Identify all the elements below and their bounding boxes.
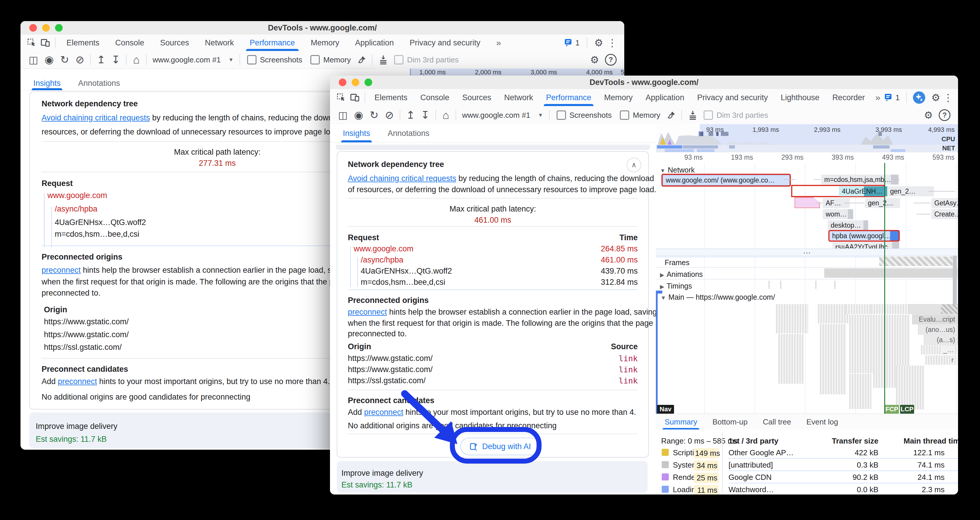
flame-anonymous2[interactable]: (a…s)	[924, 335, 958, 345]
tab-performance[interactable]: Performance	[242, 35, 303, 51]
tab-network[interactable]: Network	[498, 89, 539, 106]
more-tabs-icon[interactable]: »	[871, 89, 885, 106]
tab-recorder[interactable]: Recorder	[826, 89, 871, 106]
col-party[interactable]: 1st / 3rd party	[729, 437, 778, 446]
tab-annotations[interactable]: Annotations	[388, 124, 430, 142]
preconnect-link[interactable]: preconnect	[348, 308, 387, 316]
screenshots-checkbox[interactable]: Screenshots	[557, 110, 612, 120]
clear-icon[interactable]: ⊘	[385, 110, 394, 120]
network-request-bar[interactable]: Create…	[931, 209, 958, 219]
inspect-icon[interactable]	[336, 93, 346, 102]
tab-memory[interactable]: Memory	[303, 35, 347, 51]
request-item[interactable]: www.google.com	[48, 191, 107, 200]
tab-sources[interactable]: Sources	[152, 35, 197, 51]
network-dependency-card[interactable]: Network dependency tree ∧ Avoid chaining…	[337, 151, 649, 458]
panel-settings-gear-icon[interactable]: ⚙	[924, 110, 933, 120]
tab-console[interactable]: Console	[414, 89, 456, 106]
tab-privacy[interactable]: Privacy and security	[691, 89, 775, 106]
collapse-card-button[interactable]: ∧	[627, 158, 641, 172]
col-transfer-size[interactable]: Transfer size	[832, 437, 878, 446]
more-tabs-icon[interactable]: »	[488, 35, 509, 51]
issues-count[interactable]: 1	[896, 93, 899, 102]
tab-sources[interactable]: Sources	[456, 89, 498, 106]
fcp-marker[interactable]: FCP	[885, 405, 899, 414]
animations-bar[interactable]	[824, 268, 958, 278]
tab-application[interactable]: Application	[347, 35, 402, 51]
preconnect-link[interactable]: preconnect	[364, 408, 404, 416]
tab-insights[interactable]: Insights	[33, 76, 60, 90]
request-item[interactable]: www.google.com	[354, 244, 414, 254]
settings-gear-icon[interactable]: ⚙	[594, 38, 603, 48]
clear-icon[interactable]: ⊘	[76, 54, 84, 65]
tab-privacy[interactable]: Privacy and security	[402, 35, 488, 51]
tab-performance[interactable]: Performance	[539, 89, 598, 106]
kebab-menu-icon[interactable]: ⋮	[943, 93, 953, 102]
flame-evaluate-script[interactable]: Evalu…cript	[912, 314, 958, 324]
scrollbar[interactable]	[953, 255, 957, 305]
timeline-ruler[interactable]: 93 ms 193 ms 293 ms 393 ms 493 ms 593 ms	[656, 152, 958, 163]
tab-call-tree[interactable]: Call tree	[763, 414, 791, 430]
tab-network[interactable]: Network	[197, 35, 242, 51]
flame-anonymous[interactable]: (ano…us)	[918, 325, 958, 335]
flame-misc[interactable]: _…	[942, 346, 955, 354]
tab-elements[interactable]: Elements	[59, 35, 107, 51]
timeline-minimap[interactable]: 1,000 ms 2,000 ms 3,000 ms 4,000 ms 5	[375, 69, 624, 76]
screenshots-checkbox[interactable]: Screenshots	[247, 55, 302, 64]
request-item[interactable]: 4UaGrENHsx…QtG.woff2	[361, 266, 452, 276]
timings-track-header[interactable]: ▶Timings	[660, 282, 692, 290]
timeline-tracks[interactable]: ▼Network www.google.com/ (www.google.co……	[656, 163, 958, 414]
tab-insights[interactable]: Insights	[343, 124, 370, 142]
gc-brush-icon[interactable]	[357, 55, 367, 64]
dim-3rd-parties-checkbox[interactable]: Dim 3rd parties	[703, 110, 768, 120]
tab-application[interactable]: Application	[639, 89, 691, 106]
record-icon[interactable]: ◉	[45, 54, 54, 65]
request-item[interactable]: /async/hpba	[55, 204, 97, 214]
history-select[interactable]: www.google.com #1 ▼	[153, 55, 234, 64]
network-request-bar[interactable]: GetAsy…	[931, 198, 958, 208]
network-throttle-icon[interactable]	[688, 110, 697, 120]
table-cell[interactable]: Watchword…	[729, 485, 774, 494]
minimap-selection[interactable]	[375, 69, 411, 76]
lcp-marker[interactable]: LCP	[900, 405, 914, 414]
avoid-chaining-link[interactable]: Avoid chaining critical requests	[348, 174, 456, 183]
home-icon[interactable]: ⌂	[133, 54, 140, 65]
titlebar[interactable]: DevTools - www.google.com/	[330, 76, 958, 89]
table-cell[interactable]: [unattributed]	[729, 461, 773, 470]
gc-brush-icon[interactable]	[667, 110, 676, 120]
device-toolbar-icon[interactable]	[350, 93, 360, 102]
network-request-bar-woff[interactable]: 4UaGrENH…	[839, 186, 889, 196]
upload-profile-icon[interactable]: ↥	[97, 54, 105, 65]
flame-task[interactable]: Task	[908, 304, 958, 314]
help-icon[interactable]: ?	[605, 54, 617, 65]
toggle-sidebar-icon[interactable]: ◫	[29, 55, 38, 65]
tab-annotations[interactable]: Annotations	[78, 76, 120, 90]
titlebar[interactable]: DevTools - www.google.com/	[21, 21, 624, 35]
table-cell[interactable]: Other Google AP…	[729, 448, 794, 457]
tab-memory[interactable]: Memory	[598, 89, 639, 106]
history-select[interactable]: www.google.com #1 ▼	[462, 111, 543, 120]
issues-icon[interactable]	[884, 93, 894, 102]
col-main-thread-time[interactable]: Main thread time	[904, 437, 958, 446]
network-request-bar[interactable]: gen_2…	[887, 186, 934, 196]
debug-with-ai-button[interactable]: Debug with AI	[460, 438, 540, 455]
devtools-window-front[interactable]: DevTools - www.google.com/ Elements Cons…	[330, 76, 958, 494]
origin-source-link[interactable]: link	[619, 376, 638, 385]
main-track-header[interactable]: ▼Main — https://www.google.com/	[660, 293, 775, 301]
network-request-bar[interactable]: m=cdos,hsm,jsa,mb…	[821, 175, 899, 185]
request-item[interactable]: /async/hpba	[361, 255, 404, 265]
memory-checkbox[interactable]: Memory	[620, 110, 660, 120]
tab-elements[interactable]: Elements	[368, 89, 414, 106]
request-item[interactable]: m=cdos,hsm…bee,d,csi	[361, 278, 445, 287]
settings-gear-icon[interactable]: ⚙	[931, 93, 940, 102]
toggle-sidebar-icon[interactable]: ◫	[338, 110, 348, 120]
memory-checkbox[interactable]: Memory	[310, 55, 351, 64]
record-icon[interactable]: ◉	[354, 110, 363, 120]
network-track-header[interactable]: ▼Network	[660, 166, 695, 174]
issues-icon[interactable]	[564, 38, 574, 47]
tab-event-log[interactable]: Event log	[807, 414, 838, 430]
kebab-menu-icon[interactable]: ⋮	[607, 38, 617, 48]
nav-marker[interactable]: Nav	[657, 405, 674, 414]
tab-lighthouse[interactable]: Lighthouse	[775, 89, 826, 106]
network-request-bar[interactable]: wom…	[823, 209, 853, 219]
download-profile-icon[interactable]: ↧	[421, 110, 430, 120]
